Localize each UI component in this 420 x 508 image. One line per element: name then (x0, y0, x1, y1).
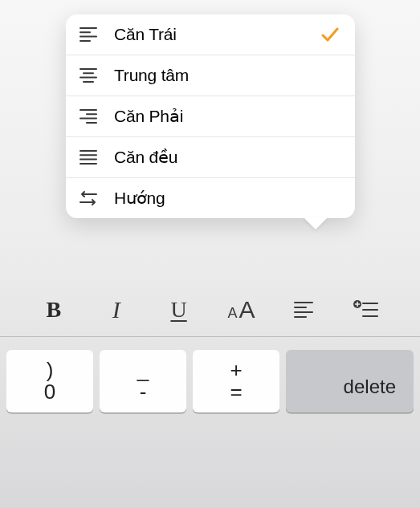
align-left-icon (77, 26, 100, 43)
italic-button[interactable]: I (85, 282, 148, 336)
menu-item-direction[interactable]: Hướng (66, 178, 355, 218)
menu-item-label: Hướng (114, 189, 165, 208)
alignment-popover: Căn Trái Trung tâm Căn Phải Căn đều Hướn… (66, 14, 355, 218)
key-lower: 0 (44, 381, 55, 403)
key-0[interactable]: ) 0 (6, 350, 93, 412)
align-icon (293, 301, 314, 319)
key-minus[interactable]: _ - (100, 350, 186, 412)
justify-icon (77, 148, 100, 166)
menu-item-align-center[interactable]: Trung tâm (66, 55, 355, 96)
format-toolbar: B I U AA (0, 282, 420, 337)
align-center-icon (77, 67, 100, 84)
align-right-icon (77, 108, 100, 125)
key-upper: ) (47, 360, 54, 381)
check-icon (321, 26, 339, 43)
delete-label: delete (344, 376, 396, 398)
insert-button[interactable] (335, 282, 398, 336)
key-upper: + (230, 360, 242, 381)
text-size-button[interactable]: AA (210, 282, 272, 336)
menu-item-align-right[interactable]: Căn Phải (66, 96, 355, 137)
key-upper: _ (137, 360, 149, 381)
direction-icon (77, 189, 100, 207)
key-delete[interactable]: delete (286, 350, 414, 412)
bold-button[interactable]: B (22, 282, 85, 336)
text-size-icon: AA (227, 296, 255, 323)
menu-item-label: Căn Phải (114, 107, 183, 126)
menu-item-align-left[interactable]: Căn Trái (66, 14, 355, 55)
menu-item-label: Trung tâm (114, 66, 189, 85)
menu-item-label: Căn đều (114, 148, 177, 167)
key-lower: = (230, 381, 242, 403)
keyboard-row: ) 0 _ - + = delete (0, 342, 420, 412)
insert-list-plus-icon (353, 300, 379, 319)
underline-button[interactable]: U (148, 282, 210, 336)
alignment-button[interactable] (272, 282, 335, 336)
menu-item-label: Căn Trái (114, 25, 177, 44)
key-lower: - (140, 381, 147, 403)
menu-item-justify[interactable]: Căn đều (66, 137, 355, 178)
key-equals[interactable]: + = (193, 350, 279, 412)
